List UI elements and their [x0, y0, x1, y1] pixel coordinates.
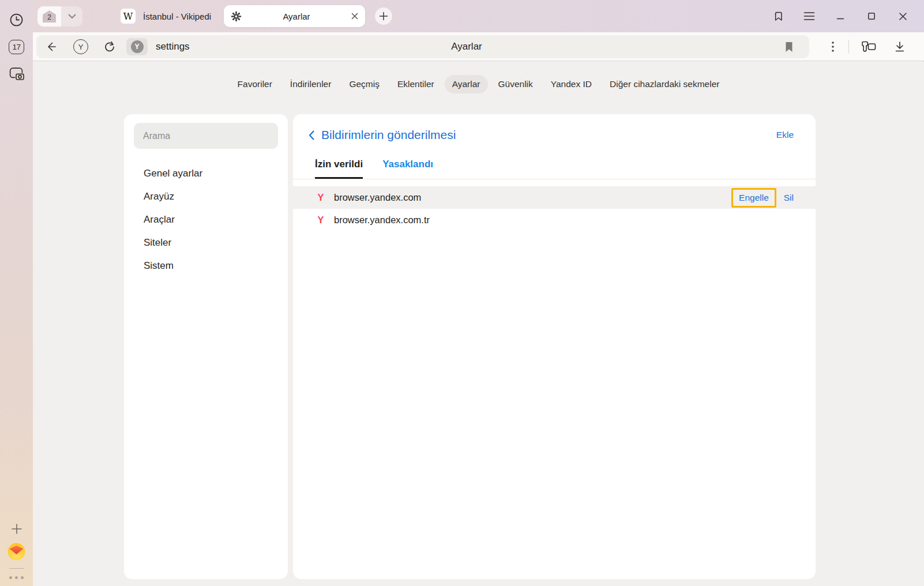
nav-tab-favoriler[interactable]: Favoriler: [230, 75, 280, 93]
screenshot-icon[interactable]: [9, 66, 25, 81]
menu-hamburger-icon[interactable]: [794, 0, 825, 32]
refresh-icon[interactable]: [95, 35, 124, 58]
tab-bar: 2 W İstanbul - Vikipedi Ayarlar: [33, 0, 924, 32]
nav-tab-guvenlik[interactable]: Güvenlik: [491, 75, 540, 93]
back-icon[interactable]: [36, 35, 66, 58]
tab-title: Ayarlar: [242, 12, 351, 21]
delete-button[interactable]: Sil: [784, 193, 794, 203]
downloads-icon[interactable]: [888, 40, 911, 53]
nav-tab-ayarlar[interactable]: Ayarlar: [445, 75, 488, 93]
url-text[interactable]: settings: [156, 41, 190, 52]
address-bar[interactable]: Y Y settings Ayarlar: [36, 35, 809, 58]
minimize-window-icon[interactable]: [825, 0, 856, 32]
sidebar-item-sistem[interactable]: Sistem: [124, 254, 288, 277]
sidebar-divider: [9, 568, 24, 569]
yandex-favicon: Y: [315, 192, 326, 204]
maximize-window-icon[interactable]: [856, 0, 887, 32]
new-tab-button[interactable]: [375, 7, 392, 25]
sidebar-item-arayuz[interactable]: Arayüz: [124, 185, 288, 208]
history-clock-icon[interactable]: [9, 12, 24, 28]
site-domain: browser.yandex.com.tr: [334, 215, 430, 226]
gear-icon: [231, 11, 242, 22]
tabs-divider: [293, 179, 816, 179]
add-site-button[interactable]: Ekle: [776, 130, 794, 140]
sidebar-item-genel-ayarlar[interactable]: Genel ayarlar: [124, 162, 288, 185]
page-section-title: Bildirimlerin gönderilmesi: [321, 128, 456, 142]
sidebar-item-siteler[interactable]: Siteler: [124, 231, 288, 254]
site-row-browser-yandex-com-tr: Y browser.yandex.com.tr: [293, 209, 816, 231]
left-sidebar: 17: [0, 0, 33, 586]
yandex-favicon: Y: [131, 40, 144, 53]
tab-counter-badge[interactable]: 17: [9, 40, 24, 54]
nav-tab-indirilenler[interactable]: İndirilenler: [283, 75, 339, 93]
site-row-browser-yandex-com: Y browser.yandex.com Engelle Sil: [293, 186, 816, 209]
nav-tab-gecmis[interactable]: Geçmiş: [341, 75, 387, 93]
tab-istanbul-vikipedi[interactable]: W İstanbul - Vikipedi: [114, 0, 218, 32]
page-title: Ayarlar: [451, 41, 482, 52]
tab-group-count-badge: 2: [43, 10, 56, 22]
bookmarks-panel-icon[interactable]: [763, 0, 794, 32]
tab-title: İstanbul - Vikipedi: [143, 12, 211, 21]
add-panel-icon[interactable]: [10, 523, 23, 535]
yandex-favicon: Y: [315, 215, 326, 226]
site-favicon-chip[interactable]: Y: [126, 38, 148, 55]
tab-ayarlar-active[interactable]: Ayarlar: [224, 5, 365, 27]
chevron-down-icon[interactable]: [61, 6, 82, 27]
search-input[interactable]: [143, 131, 269, 141]
tab-izin-verildi[interactable]: İzin verildi: [315, 159, 363, 179]
site-domain: browser.yandex.com: [334, 192, 421, 203]
browser-window: 17: [0, 0, 924, 586]
block-button-highlighted[interactable]: Engelle: [731, 188, 776, 208]
settings-nav: Favoriler İndirilenler Geçmiş Eklentiler…: [33, 75, 924, 93]
yandex-mail-icon[interactable]: [7, 543, 25, 561]
tab-yasaklandi[interactable]: Yasaklandı: [382, 159, 433, 179]
tab-group-chip[interactable]: 2: [37, 6, 82, 27]
more-panels-icon[interactable]: [9, 576, 24, 579]
nav-tab-diger-cihazlar[interactable]: Diğer cihazlardaki sekmeler: [602, 75, 727, 93]
tab-group-counter[interactable]: 2: [37, 6, 61, 27]
kebab-menu-icon[interactable]: [824, 42, 842, 52]
bookmark-icon[interactable]: [776, 35, 802, 58]
toolbar-separator: [848, 40, 849, 54]
close-window-icon[interactable]: [887, 0, 918, 32]
nav-tab-yandex-id[interactable]: Yandex ID: [543, 75, 599, 93]
wikipedia-favicon: W: [121, 9, 136, 24]
search-box[interactable]: [134, 123, 278, 149]
yandex-search-icon[interactable]: Y: [66, 35, 95, 58]
close-tab-icon[interactable]: [351, 13, 358, 20]
nav-tab-eklentiler[interactable]: Eklentiler: [390, 75, 442, 93]
sidebar-item-araclar[interactable]: Araçlar: [124, 208, 288, 231]
back-chevron-icon[interactable]: [307, 129, 316, 142]
passwords-extension-icon[interactable]: [856, 39, 881, 54]
settings-sidebar-card: Genel ayarlar Arayüz Araçlar Siteler Sis…: [124, 114, 288, 579]
toolbar: Y Y settings Ayarlar: [33, 32, 924, 61]
settings-page: Favoriler İndirilenler Geçmiş Eklentiler…: [33, 62, 924, 586]
notifications-settings-card: Bildirimlerin gönderilmesi Ekle İzin ver…: [293, 114, 816, 579]
